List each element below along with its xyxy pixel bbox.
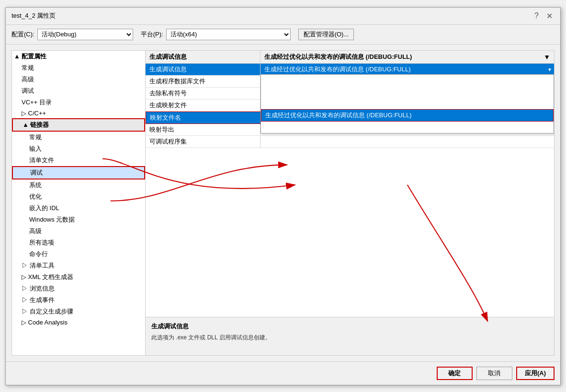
- dialog-title: test_4_2 属性页: [11, 11, 56, 20]
- dropdown-arrow-header[interactable]: ▼: [543, 53, 550, 61]
- prop-value-0: 生成经过优化以共和发布的调试信息 (/DEBUG:FULL)▼否生成调试信息 (…: [260, 64, 554, 75]
- tree-item-linker-common[interactable]: 常规: [12, 132, 145, 143]
- main-content: ▲ 配置属性 常规高级调试VC++ 目录▷ C/C++▲ 链接器常规输入清单文件…: [6, 45, 560, 361]
- tree-item-build-events[interactable]: ▷ 生成事件: [12, 294, 145, 306]
- property-row-6[interactable]: 可调试程序集: [146, 136, 554, 148]
- tree-item-linker-manifest[interactable]: 清单文件: [12, 155, 145, 166]
- close-button[interactable]: ✕: [544, 11, 555, 21]
- right-panel: 生成调试信息 生成经过优化以共和发布的调试信息 (/DEBUG:FULL) ▼ …: [146, 50, 555, 356]
- toolbar: 配置(C): 活动(Debug) 平台(P): 活动(x64) 配置管理器(O)…: [6, 25, 560, 45]
- prop-name-5: 映射导出: [146, 124, 260, 135]
- main-wrapper: ▲ 配置属性 常规高级调试VC++ 目录▷ C/C++▲ 链接器常规输入清单文件…: [6, 45, 560, 361]
- tree-item-cpp[interactable]: ▷ C/C++: [12, 108, 145, 118]
- prop-name-4: 映射文件名: [146, 112, 261, 123]
- tree-item-linker-input[interactable]: 输入: [12, 143, 145, 155]
- prop-name-0: 生成调试信息: [146, 64, 260, 75]
- tree-item-code-analysis[interactable]: ▷ Code Analysis: [12, 317, 145, 327]
- tree-item-custom-steps[interactable]: ▷ 自定义生成步骤: [12, 306, 145, 317]
- tree-item-advanced[interactable]: 高级: [12, 74, 145, 85]
- description-text: 此选项为 .exe 文件或 DLL 启用调试信息创建。: [151, 334, 548, 342]
- title-bar-buttons: ? ✕: [532, 11, 555, 21]
- tree-root[interactable]: ▲ 配置属性: [12, 51, 145, 62]
- description-title: 生成调试信息: [151, 322, 548, 331]
- config-label: 配置(C):: [11, 30, 34, 39]
- tree-item-common[interactable]: 常规: [12, 62, 145, 74]
- tree-item-linker-all[interactable]: 所有选项: [12, 237, 145, 248]
- tree-panel: ▲ 配置属性 常规高级调试VC++ 目录▷ C/C++▲ 链接器常规输入清单文件…: [11, 50, 146, 356]
- ok-button[interactable]: 确定: [437, 367, 473, 380]
- dropdown-option-4[interactable]: <从父级或项目默认设置继承>: [261, 122, 554, 133]
- property-row-0[interactable]: 生成调试信息生成经过优化以共和发布的调试信息 (/DEBUG:FULL)▼否生成…: [146, 64, 554, 76]
- property-grid: 生成调试信息 生成经过优化以共和发布的调试信息 (/DEBUG:FULL) ▼ …: [146, 51, 554, 317]
- tree-item-linker-winmeta[interactable]: Windows 元数据: [12, 214, 145, 225]
- prop-value-6: [260, 136, 554, 147]
- tree-item-linker-idl[interactable]: 嵌入的 IDL: [12, 202, 145, 214]
- col-name-header: 生成调试信息: [146, 51, 260, 63]
- cancel-button[interactable]: 取消: [476, 367, 512, 380]
- tree-item-xml-gen[interactable]: ▷ XML 文档生成器: [12, 271, 145, 283]
- tree-item-manifest-tool[interactable]: ▷ 清单工具: [12, 260, 145, 271]
- platform-section: 平台(P): 活动(x64): [141, 29, 291, 40]
- dropdown-option-0[interactable]: 否: [261, 75, 554, 86]
- apply-button[interactable]: 应用(A): [516, 367, 555, 380]
- dropdown-option-2[interactable]: 生成经过优化以使链接更快的调试信息 (/DEBUG:FASTLINK): [261, 98, 554, 109]
- prop-name-1: 生成程序数据库文件: [146, 76, 260, 87]
- prop-name-3: 生成映射文件: [146, 100, 260, 111]
- tree-item-linker[interactable]: ▲ 链接器: [12, 118, 145, 132]
- footer: 确定 取消 应用(A): [6, 361, 560, 385]
- platform-select[interactable]: 活动(x64): [166, 29, 291, 40]
- tree-item-linker-cmd[interactable]: 命令行: [12, 248, 145, 260]
- dropdown-option-3[interactable]: 生成经过优化以共和发布的调试信息 (/DEBUG:FULL): [261, 109, 554, 122]
- tree-item-linker-system[interactable]: 系统: [12, 179, 145, 191]
- config-section: 配置(C): 活动(Debug): [11, 29, 133, 40]
- tree-item-linker-optimize[interactable]: 优化: [12, 191, 145, 202]
- dropdown-container: 否生成调试信息 (/DEBUG)生成经过优化以使链接更快的调试信息 (/DEBU…: [260, 74, 554, 134]
- config-manager-button[interactable]: 配置管理器(O)...: [298, 29, 354, 40]
- col-value-header: 生成经过优化以共和发布的调试信息 (/DEBUG:FULL) ▼: [260, 51, 554, 63]
- prop-name-2: 去除私有符号: [146, 88, 260, 99]
- tree-item-browse-info[interactable]: ▷ 浏览信息: [12, 283, 145, 294]
- platform-label: 平台(P):: [141, 30, 163, 39]
- dialog-window: test_4_2 属性页 ? ✕ 配置(C): 活动(Debug) 平台(P):…: [5, 7, 561, 385]
- dropdown-option-1[interactable]: 生成调试信息 (/DEBUG): [261, 86, 554, 98]
- tree-item-debug[interactable]: 调试: [12, 85, 145, 97]
- tree-item-linker-debug[interactable]: 调试: [12, 166, 145, 179]
- dropdown-toggle-icon[interactable]: ▼: [547, 67, 552, 72]
- property-header: 生成调试信息 生成经过优化以共和发布的调试信息 (/DEBUG:FULL) ▼: [146, 51, 554, 64]
- prop-name-6: 可调试程序集: [146, 136, 260, 147]
- tree-item-linker-advanced[interactable]: 高级: [12, 225, 145, 237]
- help-button[interactable]: ?: [532, 11, 541, 20]
- description-panel: 生成调试信息 此选项为 .exe 文件或 DLL 启用调试信息创建。: [146, 317, 554, 355]
- title-bar: test_4_2 属性页 ? ✕: [6, 8, 560, 25]
- config-select[interactable]: 活动(Debug): [37, 29, 133, 40]
- tree-item-vcpp[interactable]: VC++ 目录: [12, 97, 145, 108]
- property-rows: 生成调试信息生成经过优化以共和发布的调试信息 (/DEBUG:FULL)▼否生成…: [146, 64, 554, 317]
